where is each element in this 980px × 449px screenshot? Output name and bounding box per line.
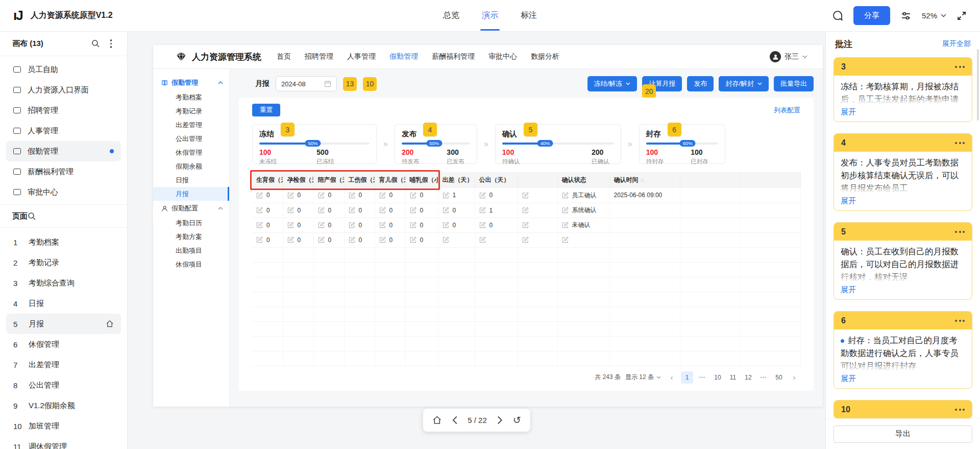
edit-icon[interactable] [410, 237, 416, 243]
page-item[interactable]: 3考勤综合查询 [6, 273, 121, 293]
pagination-page-11[interactable]: 11 [727, 371, 739, 384]
sidebar-item-考勤档案[interactable]: 考勤档案 [153, 90, 229, 104]
toolbar-button-发布[interactable]: 发布 [687, 76, 714, 91]
annotation-number-badge[interactable]: 5 [524, 123, 537, 136]
more-options-icon[interactable] [955, 142, 965, 144]
expand-link[interactable]: 展开 [834, 195, 863, 210]
prev-screen-icon[interactable] [452, 416, 457, 424]
edit-icon[interactable] [256, 207, 263, 214]
edit-icon[interactable] [522, 237, 529, 243]
edit-icon[interactable] [379, 207, 386, 214]
canvas-item[interactable]: 招聘管理 [6, 100, 121, 121]
sidebar-item-公出管理[interactable]: 公出管理 [153, 132, 229, 146]
pagination-page-12[interactable]: 12 [742, 371, 754, 384]
edit-icon[interactable] [562, 237, 569, 243]
edit-icon[interactable] [522, 207, 529, 214]
edit-icon[interactable] [256, 192, 263, 199]
more-options-icon[interactable] [955, 409, 965, 411]
toolbar-button-冻结/解冻[interactable]: 冻结/解冻 [587, 76, 638, 91]
edit-icon[interactable] [287, 237, 294, 243]
edit-icon[interactable] [562, 192, 569, 199]
sidebar-group-假勤管理[interactable]: 假勤管理 [153, 75, 229, 90]
edit-icon[interactable] [479, 237, 486, 243]
page-item[interactable]: 2考勤记录 [6, 252, 121, 273]
page-item[interactable]: 4日报 [6, 293, 121, 314]
pagination-arrow[interactable]: ‹ [666, 371, 678, 384]
page-item[interactable]: 9V1.2假期余额 [6, 395, 121, 416]
proto-nav-招聘管理[interactable]: 招聘管理 [305, 52, 333, 61]
month-picker-input[interactable]: 2024-08 [276, 76, 337, 91]
annotation-number-badge[interactable]: 3 [281, 123, 295, 136]
pagination-page-1[interactable]: 1 [681, 371, 693, 384]
annotation-number-badge[interactable]: 6 [668, 123, 681, 136]
edit-icon[interactable] [443, 237, 449, 243]
edit-icon[interactable] [522, 222, 529, 228]
canvas-item[interactable]: 薪酬福利管理 [6, 161, 121, 182]
edit-icon[interactable] [443, 207, 449, 214]
more-options-icon[interactable] [107, 38, 115, 49]
home-icon[interactable] [432, 415, 442, 425]
edit-icon[interactable] [318, 192, 325, 199]
edit-icon[interactable] [349, 237, 355, 243]
edit-icon[interactable] [443, 222, 449, 228]
sidebar-item-考勤日历[interactable]: 考勤日历 [153, 216, 229, 230]
more-options-icon[interactable] [955, 231, 965, 233]
expand-all-link[interactable]: 展开全部 [942, 39, 971, 49]
annotation-card-3[interactable]: 3冻结：考勤核算期，月报被冻结后，员工无法发起新的考勤申请展开 [834, 57, 972, 122]
edit-icon[interactable] [410, 222, 416, 228]
sidebar-item-日报[interactable]: 日报 [153, 173, 229, 187]
proto-nav-首页[interactable]: 首页 [277, 52, 291, 61]
expand-link[interactable]: 展开 [834, 372, 863, 388]
search-icon[interactable] [28, 212, 36, 221]
toolbar-button-计算月报[interactable]: 计算月报20 [642, 76, 682, 91]
edit-icon[interactable] [443, 192, 449, 199]
proto-nav-审批中心[interactable]: 审批中心 [488, 52, 517, 61]
edit-icon[interactable] [349, 192, 355, 199]
canvas-item[interactable]: 假勤管理 [6, 141, 121, 161]
canvas-item[interactable]: 人事管理 [6, 121, 121, 141]
user-menu[interactable]: 张三 [770, 51, 807, 62]
annotation-number-badge[interactable]: 4 [423, 123, 437, 136]
edit-icon[interactable] [522, 192, 529, 199]
expand-link[interactable]: 展开 [834, 283, 863, 299]
annotation-card-5[interactable]: 5确认：员工在收到自己的月报数据后，可以对自己的月报数据进行核对，核对无误展开 [834, 222, 972, 300]
page-item[interactable]: 11调休假管理 [6, 436, 121, 449]
sidebar-item-考勤方案[interactable]: 考勤方案 [153, 230, 229, 244]
list-config-link[interactable]: 列表配置 [774, 106, 800, 115]
proto-nav-薪酬福利管理[interactable]: 薪酬福利管理 [432, 52, 475, 61]
zoom-level-control[interactable]: 52% [922, 11, 946, 20]
sidebar-item-月报[interactable]: 月报 [153, 187, 229, 201]
edit-icon[interactable] [349, 207, 355, 214]
app-logo[interactable]: ıJ [13, 8, 22, 23]
proto-nav-假勤管理[interactable]: 假勤管理 [389, 52, 418, 61]
expand-link[interactable]: 展开 [834, 106, 863, 122]
edit-icon[interactable] [318, 237, 325, 243]
edit-icon[interactable] [256, 237, 263, 243]
page-item[interactable]: 8公出管理 [6, 375, 121, 395]
sidebar-item-考勤记录[interactable]: 考勤记录 [153, 104, 229, 118]
edit-icon[interactable] [562, 222, 569, 228]
column-header-确认时间[interactable]: 确认时间↑↓ [609, 172, 680, 188]
sidebar-item-休假管理[interactable]: 休假管理 [153, 146, 229, 159]
sidebar-group-假勤配置[interactable]: 假勤配置 [153, 201, 229, 216]
page-item[interactable]: 1考勤档案 [6, 232, 121, 252]
edit-icon[interactable] [410, 192, 416, 199]
canvas-item[interactable]: 人力资源入口界面 [6, 80, 121, 100]
edit-icon[interactable] [479, 222, 486, 228]
mode-tab-总览[interactable]: 总览 [443, 10, 459, 21]
edit-icon[interactable] [318, 222, 325, 228]
sidebar-item-休假项目[interactable]: 休假项目 [153, 257, 229, 271]
annotation-number-badge[interactable]: 10 [363, 77, 377, 91]
annotation-card-10[interactable]: 10 [834, 400, 972, 419]
edit-icon[interactable] [410, 207, 416, 214]
annotation-card-6[interactable]: 6封存：当员工对自己的月度考勤数据进行确认之后，人事专员可以对月报进行封存展开 [834, 311, 972, 389]
edit-icon[interactable] [287, 222, 294, 228]
toolbar-button-批量导出[interactable]: 批量导出 [774, 76, 814, 91]
edit-icon[interactable] [287, 207, 294, 214]
toolbar-button-封存/解封[interactable]: 封存/解封 [719, 76, 769, 91]
page-size-select[interactable]: 显示 12 条 [625, 373, 661, 382]
sidebar-item-出差管理[interactable]: 出差管理 [153, 118, 229, 132]
proto-nav-数据分析[interactable]: 数据分析 [531, 52, 559, 61]
edit-icon[interactable] [562, 207, 569, 214]
annotation-card-4[interactable]: 4发布：人事专员对员工考勤数据初步核算结束确认无误后，可以将月报发布给员工展开 [834, 133, 972, 211]
